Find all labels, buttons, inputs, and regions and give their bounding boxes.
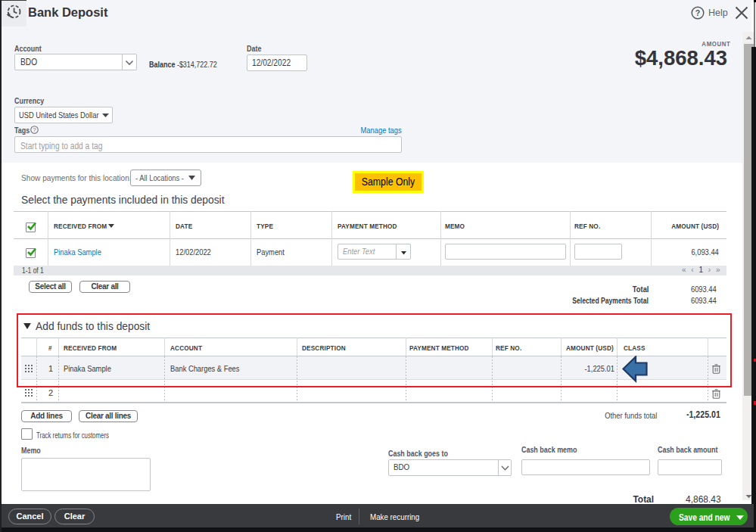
svg-text:?: ? <box>33 126 36 133</box>
svg-text:?: ? <box>695 8 700 17</box>
